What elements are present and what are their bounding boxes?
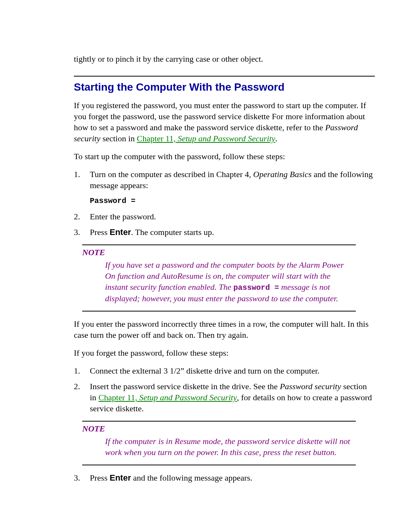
intro-post: . xyxy=(275,134,277,143)
enter-key-2: Enter xyxy=(110,473,131,482)
note-block-1: NOTE If you have set a password and the … xyxy=(82,247,375,304)
note-body-1: If you have set a password and the compu… xyxy=(105,259,356,304)
forget-steps-a: Connect the exlternal 3 1/2” diskette dr… xyxy=(74,365,375,414)
fstep2-ital: Password security xyxy=(280,382,341,391)
forget-instruction: If you forget the password, follow these… xyxy=(74,347,375,358)
enter-key: Enter xyxy=(110,227,131,237)
note-rule-bottom xyxy=(82,311,356,312)
intro-paragraph: If you registered the password, you must… xyxy=(74,100,375,144)
step3-pre: Press xyxy=(90,227,110,237)
startup-step-1: Turn on the computer as described in Cha… xyxy=(74,169,375,206)
intro-pre: If you registered the password, you must… xyxy=(74,101,366,132)
fstep3-pre: Press xyxy=(90,473,110,482)
note-rule-bottom-2 xyxy=(82,465,356,465)
xref-chapter-label: Chapter 11, xyxy=(137,134,176,143)
forget-steps-b: Press Enter and the following message ap… xyxy=(74,472,375,483)
xref-chapter-11[interactable]: Chapter 11, Setup and Password Security xyxy=(137,134,276,143)
forget-step-2: Insert the password service diskette in … xyxy=(74,381,375,414)
note-block-2: NOTE If the computer is in Resume mode, … xyxy=(82,423,375,458)
forget-step-1: Connect the exlternal 3 1/2” diskette dr… xyxy=(74,365,375,376)
section-heading: Starting the Computer With the Password xyxy=(74,80,375,94)
incorrect-password-paragraph: If you enter the password incorrectly th… xyxy=(74,318,375,340)
step3-post: . The computer starts up. xyxy=(131,227,214,237)
section-rule xyxy=(74,76,375,77)
note-body-2: If the computer is in Resume mode, the p… xyxy=(105,436,356,458)
password-prompt: Password = xyxy=(90,196,375,206)
note-label: NOTE xyxy=(82,247,356,258)
forget-step-3: Press Enter and the following message ap… xyxy=(74,472,375,483)
document-page: tightly or to pinch it by the carrying c… xyxy=(0,0,411,532)
xref-chapter-title-b: Setup and Password Security xyxy=(137,393,237,402)
fstep3-post: and the following message appears. xyxy=(131,473,252,482)
step1-pre: Turn on the computer as described in Cha… xyxy=(90,169,253,179)
fstep2-pre: Insert the password service diskette in … xyxy=(90,382,280,391)
startup-instruction: To start up the computer with the passwo… xyxy=(74,151,375,162)
note-rule-top xyxy=(82,244,356,245)
note-rule-top-2 xyxy=(82,421,356,422)
step1-ital: Operating Basics xyxy=(253,169,311,179)
note-label-2: NOTE xyxy=(82,423,356,434)
fragment-top: tightly or to pinch it by the carrying c… xyxy=(74,53,375,64)
note1-mono: password = xyxy=(233,283,279,292)
startup-step-2: Enter the password. xyxy=(74,211,375,222)
xref-chapter-11-b[interactable]: Chapter 11, Setup and Password Security xyxy=(99,393,237,402)
startup-step-3: Press Enter. The computer starts up. xyxy=(74,227,375,238)
xref-chapter-title: Setup and Password Security xyxy=(175,134,275,143)
startup-steps: Turn on the computer as described in Cha… xyxy=(74,169,375,238)
xref-chapter-label-b: Chapter 11, xyxy=(99,393,137,402)
intro-mid: section in xyxy=(100,134,137,143)
